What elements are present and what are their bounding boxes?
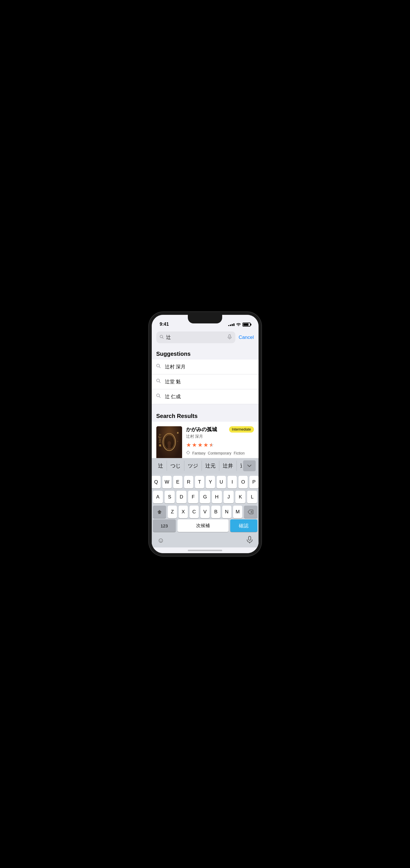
results-scroll: Suggestions 辻村 深月 辻堂 魁 <box>152 347 258 458</box>
keyboard: 辻 つじ ツジ 辻元 辻井 辻本 Q W E <box>152 458 258 548</box>
mic-input-icon[interactable] <box>227 334 232 341</box>
suggestion-search-icon-3 <box>156 394 161 400</box>
key-o[interactable]: O <box>239 476 248 489</box>
book-author-1: 辻村 深月 <box>186 434 254 439</box>
ime-candidates-bar: 辻 つじ ツジ 辻元 辻井 辻本 <box>152 458 258 473</box>
delete-key[interactable] <box>244 506 257 518</box>
svg-text:✦: ✦ <box>177 441 178 442</box>
suggestion-item[interactable]: 辻村 深月 <box>152 360 258 374</box>
svg-point-8 <box>164 435 175 449</box>
ime-candidate-4[interactable]: 辻元 <box>202 461 219 471</box>
book-result-1[interactable]: かがみの孤城 辻村深月 ✦ ✦ かがみの孤城 Intermediate 辻村 深… <box>152 422 258 458</box>
key-t[interactable]: T <box>195 476 204 489</box>
key-x[interactable]: X <box>179 506 188 518</box>
suggestion-search-icon-2 <box>156 379 161 385</box>
suggestions-title: Suggestions <box>152 347 258 360</box>
tag-fantasy-1[interactable]: Fantasy <box>192 451 206 455</box>
book-stars-1: ★ ★ ★ ★ ★★ <box>186 441 254 448</box>
key-y[interactable]: Y <box>206 476 215 489</box>
book-tags-1: Fantasy Contemporary Fiction <box>186 451 254 456</box>
search-results-title: Search Results <box>152 409 258 422</box>
search-icon <box>160 335 164 340</box>
key-e[interactable]: E <box>173 476 182 489</box>
confirm-key[interactable]: 確認 <box>230 519 257 532</box>
star-4: ★ <box>203 441 209 448</box>
key-v[interactable]: V <box>200 506 210 518</box>
svg-rect-10 <box>168 445 171 449</box>
suggestion-search-icon-1 <box>156 364 161 370</box>
key-p[interactable]: P <box>249 476 258 489</box>
key-n[interactable]: N <box>222 506 231 518</box>
svg-rect-6 <box>156 426 182 458</box>
key-m[interactable]: M <box>233 506 242 518</box>
wifi-icon <box>236 322 241 327</box>
key-b[interactable]: B <box>211 506 220 518</box>
ime-candidate-5[interactable]: 辻井 <box>219 461 237 471</box>
ime-candidate-3[interactable]: ツジ <box>184 461 202 471</box>
signal-bars-icon <box>228 323 234 326</box>
key-z[interactable]: Z <box>168 506 177 518</box>
emoji-mic-bar: ☺ <box>152 534 258 548</box>
key-j[interactable]: J <box>224 491 233 503</box>
emoji-key[interactable]: ☺ <box>157 536 165 544</box>
book-title-row-1: かがみの孤城 Intermediate <box>186 426 254 433</box>
ime-candidate-1[interactable]: 辻 <box>155 461 167 471</box>
home-line <box>188 550 222 551</box>
search-input[interactable]: 辻 <box>166 334 225 341</box>
level-badge-1: Intermediate <box>229 426 254 433</box>
main-content: 辻 Cancel Suggestions <box>152 329 258 553</box>
status-icons <box>228 322 251 327</box>
keyboard-rows: Q W E R T Y U I O P A S D F G H <box>152 473 258 519</box>
phone-frame: 9:41 <box>149 312 261 556</box>
key-h[interactable]: H <box>212 491 222 503</box>
ime-candidates-list: 辻 つじ ツジ 辻元 辻井 辻本 <box>155 461 242 471</box>
key-row-3: Z X C V B N M <box>153 506 257 518</box>
space-key[interactable]: 次候補 <box>178 519 228 532</box>
key-w[interactable]: W <box>162 476 171 489</box>
suggestion-text-1: 辻村 深月 <box>165 364 186 370</box>
key-d[interactable]: D <box>177 491 186 503</box>
book-info-1: かがみの孤城 Intermediate 辻村 深月 ★ ★ ★ ★ ★★ <box>186 426 254 456</box>
tag-fiction-1[interactable]: Fiction <box>233 451 245 455</box>
key-k[interactable]: K <box>235 491 245 503</box>
cancel-button[interactable]: Cancel <box>239 335 254 340</box>
key-a[interactable]: A <box>153 491 163 503</box>
shift-key[interactable] <box>153 506 166 518</box>
suggestion-text-3: 辻 仁成 <box>165 393 181 400</box>
tag-icon-1 <box>186 451 190 456</box>
book-cover-1: かがみの孤城 辻村深月 ✦ ✦ <box>156 426 182 458</box>
ime-candidate-6[interactable]: 辻本 <box>237 461 242 471</box>
suggestion-item[interactable]: 辻堂 魁 <box>152 374 258 389</box>
key-i[interactable]: I <box>228 476 237 489</box>
key-q[interactable]: Q <box>152 476 161 489</box>
key-r[interactable]: R <box>184 476 193 489</box>
ime-expand-button[interactable] <box>243 460 256 471</box>
search-area: 辻 Cancel <box>152 329 258 347</box>
search-results-section: Search Results <box>152 409 258 458</box>
svg-point-9 <box>167 441 171 446</box>
star-1: ★ <box>186 441 191 448</box>
key-l[interactable]: L <box>247 491 257 503</box>
key-g[interactable]: G <box>200 491 210 503</box>
suggestion-item[interactable]: 辻 仁成 <box>152 389 258 404</box>
star-3: ★ <box>197 441 203 448</box>
search-bar[interactable]: 辻 <box>156 332 235 343</box>
mic-keyboard-icon[interactable] <box>247 536 253 545</box>
svg-text:かがみの孤城: かがみの孤城 <box>158 432 161 446</box>
star-5: ★★ <box>209 441 214 448</box>
tag-contemporary-1[interactable]: Contemporary <box>208 451 231 455</box>
ime-candidate-2[interactable]: つじ <box>167 461 184 471</box>
key-s[interactable]: S <box>165 491 175 503</box>
svg-text:辻村深月: 辻村深月 <box>177 432 179 434</box>
book-title-1: かがみの孤城 <box>186 426 227 433</box>
keyboard-bottom-row: 123 次候補 確認 <box>152 519 258 534</box>
key-c[interactable]: C <box>190 506 199 518</box>
key-u[interactable]: U <box>217 476 226 489</box>
svg-rect-33 <box>249 536 251 540</box>
svg-point-7 <box>163 433 176 451</box>
suggestion-text-2: 辻堂 魁 <box>165 378 181 385</box>
svg-rect-1 <box>229 335 230 337</box>
key-f[interactable]: F <box>188 491 198 503</box>
key-123-button[interactable]: 123 <box>153 519 176 532</box>
status-time: 9:41 <box>160 322 169 327</box>
